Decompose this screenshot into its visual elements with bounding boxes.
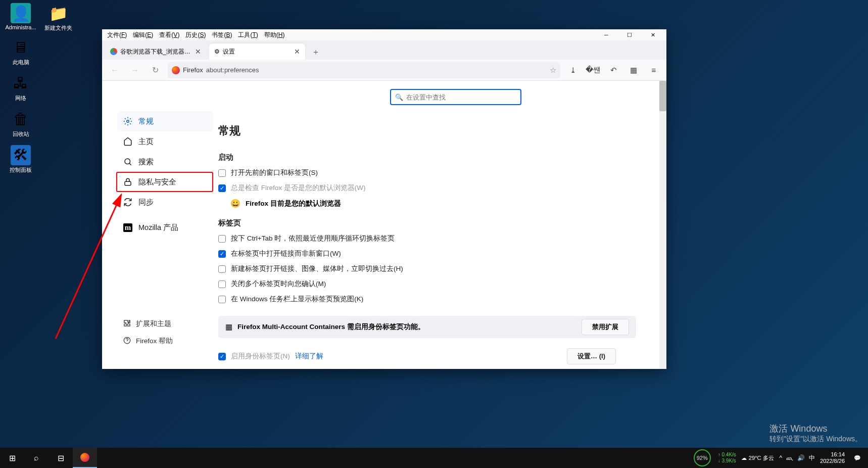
- scrollbar-thumb[interactable]: [659, 81, 666, 111]
- tray-icon[interactable]: 🔊: [797, 454, 805, 461]
- page-title: 常规: [218, 123, 636, 138]
- category-general[interactable]: 常规: [117, 111, 213, 131]
- checkbox-icon: [218, 265, 226, 273]
- menu-item[interactable]: 帮助(H): [261, 30, 288, 40]
- task-view-button[interactable]: ⊟: [49, 448, 73, 468]
- container-tabs-row[interactable]: ✓ 启用身份标签页(N) 详细了解 设置… (I): [218, 348, 636, 364]
- close-button[interactable]: ✕: [641, 29, 664, 40]
- reload-button[interactable]: ↻: [148, 63, 163, 78]
- tab-bar: 谷歌浏览器下载_浏览器官网入口✕⚙设置✕ ＋: [102, 40, 666, 60]
- firefox-window: 文件(F)编辑(E)查看(V)历史(S)书签(B)工具(T)帮助(H) ─ ☐ …: [102, 29, 666, 369]
- system-tray[interactable]: ^ጪ🔊中: [779, 454, 815, 462]
- close-tab-icon[interactable]: ✕: [294, 48, 300, 56]
- side-link-help[interactable]: Firefox 帮助: [117, 334, 213, 349]
- close-tab-icon[interactable]: ✕: [195, 48, 201, 56]
- home-icon: [123, 137, 132, 146]
- desktop-icon-folder[interactable]: 📁新建文件夹: [40, 3, 76, 32]
- tab[interactable]: 谷歌浏览器下载_浏览器官网入口✕: [105, 43, 206, 60]
- desktop-icon-admin[interactable]: 👤Administra...: [3, 3, 38, 30]
- folder-icon: 📁: [48, 3, 68, 23]
- desktop-icon-cpanel[interactable]: 🛠控制面板: [3, 145, 38, 174]
- gear-icon: ⚙: [214, 48, 220, 55]
- extensions-icon[interactable]: �썐: [586, 63, 601, 78]
- tray-icon[interactable]: ጪ: [786, 454, 793, 461]
- pc-icon: 🖥: [11, 37, 31, 58]
- minimize-button[interactable]: ─: [595, 29, 618, 40]
- search-button[interactable]: ⌕: [24, 448, 49, 468]
- address-bar: ← → ↻ Firefox about:preferences ☆ ⤓ �썐 ↶…: [102, 60, 666, 81]
- section-startup: 启动: [218, 153, 636, 162]
- tab[interactable]: ⚙设置✕: [209, 43, 305, 60]
- tray-icon[interactable]: 中: [809, 454, 815, 462]
- menu-item[interactable]: 书签(B): [209, 30, 235, 40]
- default-browser-status: 😀 Firefox 目前是您的默认浏览器: [230, 199, 636, 208]
- desktop-icon-pc[interactable]: 🖥此电脑: [3, 37, 38, 66]
- svg-point-0: [127, 120, 129, 123]
- learn-more-link[interactable]: 详细了解: [295, 352, 323, 361]
- maximize-button[interactable]: ☐: [618, 29, 641, 40]
- start-button[interactable]: ⊞: [0, 448, 24, 468]
- check-ctrl-tab[interactable]: 按下 Ctrl+Tab 时，依照最近使用顺序循环切换标签页: [218, 234, 636, 243]
- check-open-in-tabs[interactable]: ✓在标签页中打开链接而非新窗口(W): [218, 249, 636, 258]
- weather-widget[interactable]: ☁ 29°C 多云: [741, 454, 775, 462]
- net-icon: 🖧: [11, 73, 31, 93]
- checkbox-icon: ✓: [218, 184, 226, 192]
- bookmark-icon[interactable]: ☆: [550, 66, 556, 75]
- category-privacy[interactable]: 隐私与安全: [116, 172, 213, 192]
- firefox-taskbar-icon[interactable]: [73, 448, 97, 468]
- check-taskbar-preview[interactable]: 在 Windows 任务栏上显示标签页预览图(K): [218, 295, 636, 304]
- menu-item[interactable]: 文件(F): [104, 30, 130, 40]
- extension-banner: ▦ Firefox Multi-Account Containers 需启用身份…: [218, 316, 636, 338]
- search-icon: 🔍: [395, 93, 403, 101]
- desktop-icon-recycle[interactable]: 🗑回收站: [3, 109, 38, 138]
- desktop-icon-net[interactable]: 🖧网络: [3, 73, 38, 102]
- search-icon: [123, 157, 132, 166]
- menu-item[interactable]: 历史(S): [182, 30, 209, 40]
- gear-icon: [123, 117, 132, 126]
- cpanel-icon: 🛠: [11, 145, 31, 165]
- container-settings-button[interactable]: 设置… (I): [567, 348, 616, 364]
- preferences-content: 🔍 常规 启动 打开先前的窗口和标签页(S) ✓ 总是检查 Firefox 是否…: [213, 81, 666, 369]
- preferences-sidebar: 常规主页搜索隐私与安全同步mMozilla 产品 扩展和主题Firefox 帮助: [102, 81, 213, 369]
- check-switch-immediately[interactable]: 新建标签页打开链接、图像、媒体时，立即切换过去(H): [218, 264, 636, 273]
- chrome-icon: [110, 48, 117, 55]
- settings-search[interactable]: 🔍: [390, 89, 521, 105]
- grid-icon[interactable]: ▦: [626, 63, 641, 78]
- windows-activation-watermark: 激活 Windows 转到"设置"以激活 Windows。: [769, 424, 862, 444]
- checkbox-icon: [218, 296, 226, 303]
- downloads-icon[interactable]: ⤓: [565, 63, 581, 78]
- taskbar: ⊞ ⌕ ⊟ 92% ↑ 0.4K/s↓ 3.9K/s ☁ 29°C 多云 ^ጪ🔊…: [0, 448, 868, 468]
- disable-extension-button[interactable]: 禁用扩展: [582, 319, 629, 335]
- resource-gauge[interactable]: 92%: [694, 449, 711, 466]
- category-search[interactable]: 搜索: [117, 152, 213, 172]
- category-more[interactable]: mMozilla 产品: [117, 217, 213, 238]
- menubar: 文件(F)编辑(E)查看(V)历史(S)书签(B)工具(T)帮助(H) ─ ☐ …: [102, 29, 666, 40]
- settings-search-input[interactable]: [406, 93, 516, 101]
- url-path: about:preferences: [206, 66, 259, 74]
- forward-button[interactable]: →: [127, 63, 142, 78]
- preferences-page: 常规主页搜索隐私与安全同步mMozilla 产品 扩展和主题Firefox 帮助…: [102, 81, 666, 369]
- check-default-browser[interactable]: ✓ 总是检查 Firefox 是否是您的默认浏览器(W): [218, 183, 636, 193]
- notification-icon[interactable]: 💬: [850, 455, 865, 461]
- checkbox-icon: [218, 280, 226, 288]
- net-speed: ↑ 0.4K/s↓ 3.9K/s: [718, 452, 736, 464]
- menu-item[interactable]: 编辑(E): [130, 30, 156, 40]
- url-box[interactable]: Firefox about:preferences ☆: [168, 62, 560, 78]
- tray-icon[interactable]: ^: [779, 454, 782, 461]
- undo-icon[interactable]: ↶: [606, 63, 621, 78]
- hamburger-icon[interactable]: ≡: [646, 63, 661, 78]
- back-button[interactable]: ←: [107, 63, 122, 78]
- url-app: Firefox: [183, 66, 203, 74]
- menu-item[interactable]: 查看(V): [156, 30, 182, 40]
- check-restore-session[interactable]: 打开先前的窗口和标签页(S): [218, 168, 636, 177]
- side-link-ext[interactable]: 扩展和主题: [117, 316, 213, 332]
- category-home[interactable]: 主页: [117, 131, 213, 152]
- category-sync[interactable]: 同步: [117, 192, 213, 212]
- new-tab-button[interactable]: ＋: [308, 44, 323, 60]
- check-confirm-close[interactable]: 关闭多个标签页时向您确认(M): [218, 279, 636, 289]
- menu-item[interactable]: 工具(T): [235, 30, 261, 40]
- checkbox-icon: ✓: [218, 353, 226, 360]
- clock[interactable]: 16:14 2022/8/26: [820, 451, 845, 464]
- lock-icon: [123, 177, 132, 186]
- scrollbar[interactable]: [659, 81, 666, 369]
